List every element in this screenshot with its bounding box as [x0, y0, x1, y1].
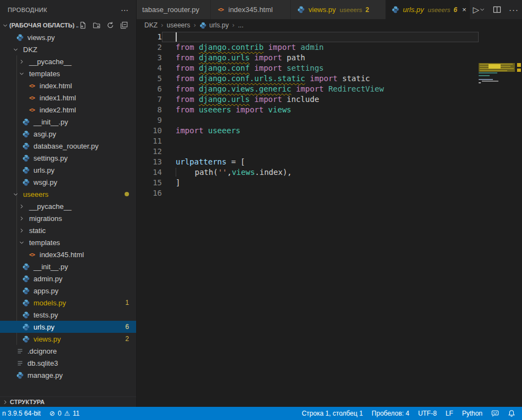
tab-index345-html[interactable]: <>index345.html: [211, 0, 291, 19]
language-mode-status[interactable]: Python: [458, 407, 487, 420]
workspace-section-header[interactable]: (РАБОЧАЯ ОБЛАСТЬ) ...: [0, 19, 136, 31]
encoding-status[interactable]: UTF-8: [414, 407, 441, 420]
code-token: django.urls: [199, 53, 250, 62]
tree-item-apps-py[interactable]: apps.py: [0, 285, 136, 297]
breadcrumb-separator: ›: [232, 21, 235, 29]
close-icon[interactable]: ×: [462, 5, 467, 14]
tree-folder-templates[interactable]: templates: [0, 67, 136, 80]
tree-folder-static[interactable]: static: [0, 224, 136, 236]
line-number: 10: [137, 126, 162, 136]
eol-status[interactable]: LF: [441, 407, 458, 420]
collapse-all-icon[interactable]: [120, 21, 128, 30]
tab-urls-py[interactable]: urls.pyuseeers6×: [386, 0, 470, 19]
code-token: from: [176, 74, 199, 83]
code-line-7[interactable]: from django.urls import include: [162, 94, 479, 105]
breadcrumb-item-urls-py[interactable]: urls.py: [199, 21, 228, 30]
explorer-more-actions-icon[interactable]: ···: [121, 5, 128, 14]
tree-folder-templates[interactable]: templates: [0, 236, 136, 248]
editor-more-actions-icon[interactable]: ···: [509, 5, 519, 14]
breadcrumb: DKZ›useeers› urls.py›...: [137, 19, 522, 31]
minimap[interactable]: [479, 63, 515, 407]
outline-section-header[interactable]: СТРУКТУРА: [0, 396, 136, 407]
tree-item-label: __init__.py: [33, 263, 68, 271]
indentation-status[interactable]: Пробелов: 4: [367, 407, 414, 420]
tree-item-wsgi-py[interactable]: wsgi.py: [0, 176, 136, 188]
html-icon: <>: [27, 252, 36, 258]
refresh-icon[interactable]: [106, 21, 115, 30]
chevron-right-icon: [17, 228, 26, 234]
line-number: 16: [137, 188, 162, 198]
tree-item-label: asgi.py: [33, 130, 56, 138]
tree-item-index2-html[interactable]: <>index2.html: [0, 104, 136, 116]
run-button[interactable]: ▷: [473, 5, 485, 15]
tree-item-admin-py[interactable]: admin.py: [0, 273, 136, 285]
code-line-8[interactable]: from useeers import views: [162, 105, 479, 115]
code-line-6[interactable]: from django.views.generic import Redirec…: [162, 84, 479, 94]
code-line-9[interactable]: [162, 115, 479, 126]
python-icon: [21, 299, 30, 307]
code-line-14[interactable]: path('',views.index),: [162, 167, 479, 178]
cursor-position-status[interactable]: Строка 1, столбец 1: [298, 407, 367, 420]
breadcrumb-label: DKZ: [144, 21, 158, 29]
tab-tabase-roouter-py[interactable]: tabase_roouter.py: [137, 0, 211, 19]
code-line-5[interactable]: from django.conf.urls.static import stat…: [162, 73, 479, 84]
tree-item-index1-html[interactable]: <>index1.html: [0, 92, 136, 104]
tab-label: views.py: [308, 5, 336, 14]
breadcrumb-item-dkz[interactable]: DKZ: [144, 21, 158, 29]
breadcrumb-item-useeers[interactable]: useeers: [167, 21, 190, 29]
code-line-12[interactable]: [162, 146, 479, 157]
tree-folder--pycache-[interactable]: __pycache__: [0, 200, 136, 212]
code-line-4[interactable]: from django.conf import settings: [162, 63, 479, 73]
chevron-down-icon: [17, 71, 26, 77]
tree-item-urls-py[interactable]: urls.py6: [0, 321, 136, 333]
tree-item-label: index2.html: [40, 106, 76, 114]
line-number: 14: [137, 167, 162, 178]
overview-ruler[interactable]: [517, 63, 522, 407]
editor-group: tabase_roouter.py<>index345.html views.p…: [137, 0, 522, 407]
code-lines[interactable]: from django.contrib import adminfrom dja…: [162, 32, 479, 198]
tree-item--init-py[interactable]: __init__.py: [0, 116, 136, 128]
tree-item--dcignore[interactable]: .dcignore: [0, 345, 136, 357]
code-line-10[interactable]: import useeers: [162, 126, 479, 136]
tree-item-database-roouter-py[interactable]: database_roouter.py: [0, 140, 136, 152]
new-folder-icon[interactable]: [92, 21, 101, 30]
tree-folder-migrations[interactable]: migrations: [0, 212, 136, 224]
tree-item-manage-py[interactable]: manage.py: [0, 369, 136, 381]
tab-label: urls.py: [403, 5, 424, 14]
python-icon: [296, 5, 305, 14]
split-editor-icon[interactable]: [493, 5, 501, 14]
line-number: 13: [137, 157, 162, 167]
code-line-13[interactable]: urlpatterns = [: [162, 157, 479, 167]
tree-item-tests-py[interactable]: tests.py: [0, 309, 136, 321]
code-token: from: [176, 95, 199, 104]
tree-item-index-html[interactable]: <>index.html: [0, 80, 136, 92]
problems-status[interactable]: ⊘ 0 ⚠ 11: [45, 407, 84, 420]
tree-folder-useeers[interactable]: useeers: [0, 188, 136, 200]
code-line-11[interactable]: [162, 136, 479, 146]
tree-item-views-py[interactable]: views.py2: [0, 333, 136, 345]
line-number: 12: [137, 146, 162, 157]
code-line-1[interactable]: [162, 32, 479, 42]
tree-folder--pycache-[interactable]: __pycache__: [0, 55, 136, 67]
tree-item-settings-py[interactable]: settings.py: [0, 152, 136, 164]
tree-item--init-py[interactable]: __init__.py: [0, 260, 136, 273]
feedback-icon[interactable]: [487, 407, 503, 420]
code-line-2[interactable]: from django.contrib import admin: [162, 42, 479, 53]
tree-folder-dkz[interactable]: DKZ: [0, 43, 136, 55]
tab-views-py[interactable]: views.pyuseeers2: [291, 0, 386, 19]
code-line-15[interactable]: ]: [162, 178, 479, 188]
tree-item-views-py[interactable]: views.py: [0, 31, 136, 43]
tree-item-db-sqlite3[interactable]: db.sqlite3: [0, 357, 136, 369]
code-line-16[interactable]: [162, 188, 479, 198]
tree-item-index345-html[interactable]: <>index345.html: [0, 248, 136, 260]
code-line-3[interactable]: from django.urls import path: [162, 53, 479, 63]
breadcrumb-more[interactable]: ...: [238, 21, 243, 29]
tree-item-urls-py[interactable]: urls.py: [0, 164, 136, 176]
new-file-icon[interactable]: [78, 21, 87, 30]
tree-item-asgi-py[interactable]: asgi.py: [0, 128, 136, 140]
python-interpreter-status[interactable]: n 3.9.5 64-bit: [0, 407, 45, 420]
chevron-down-icon: [11, 191, 20, 197]
text-cursor: [176, 32, 177, 42]
tree-item-models-py[interactable]: models.py1: [0, 297, 136, 309]
notifications-bell-icon[interactable]: [503, 407, 520, 420]
